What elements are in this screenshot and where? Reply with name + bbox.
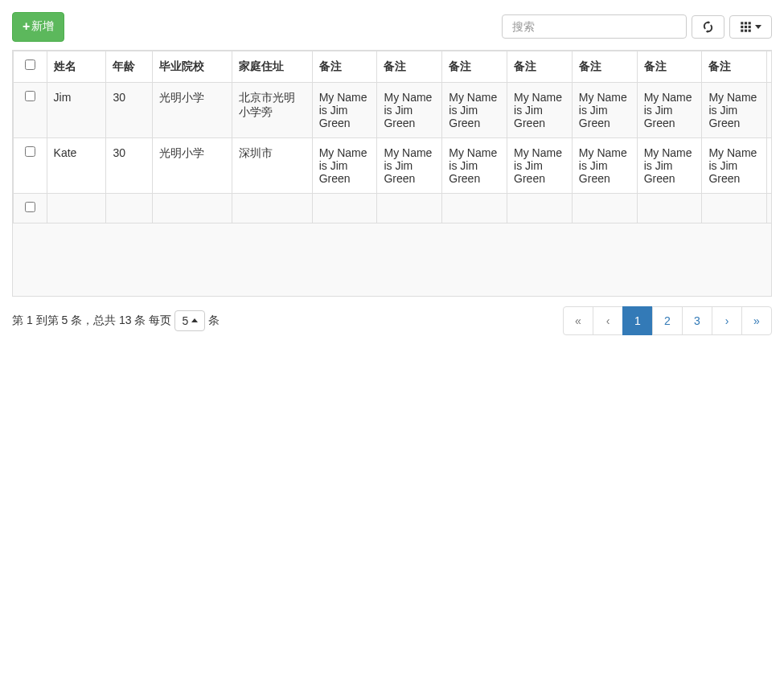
grid-icon	[740, 21, 752, 33]
header-note[interactable]: 备注	[507, 51, 573, 82]
page-1[interactable]: 1	[622, 306, 653, 335]
columns-button[interactable]	[729, 15, 772, 39]
header-note[interactable]: 备注	[637, 51, 702, 82]
cell-note: My Name is Jim Green	[637, 82, 702, 137]
page-prev[interactable]: ‹	[593, 306, 623, 335]
add-button-label: 新增	[31, 18, 54, 35]
svg-rect-4	[745, 26, 747, 28]
svg-rect-7	[745, 30, 747, 32]
table-header-row: 姓名 年龄 毕业院校 家庭住址 备注 备注 备注 备注 备注 备注 备注 备注 …	[14, 51, 772, 82]
cell-note: My Name is Jim Green	[442, 137, 507, 193]
cell-name	[47, 193, 106, 223]
caret-up-icon	[191, 318, 198, 322]
caret-down-icon	[755, 25, 761, 29]
cell-note: My Name is Jim Green	[507, 137, 573, 193]
header-note[interactable]: 备注	[312, 51, 377, 82]
svg-rect-0	[741, 22, 743, 24]
toolbar-right	[502, 14, 772, 39]
cell-school	[153, 193, 232, 223]
pagination: « ‹ 1 2 3 › »	[564, 306, 772, 335]
cell-name: Jim	[47, 82, 106, 137]
select-all-checkbox[interactable]	[25, 59, 35, 70]
data-table: 姓名 年龄 毕业院校 家庭住址 备注 备注 备注 备注 备注 备注 备注 备注 …	[13, 51, 771, 223]
cell-note: My Name is Jim Green	[572, 137, 637, 193]
cell-note	[442, 193, 507, 223]
cell-name: Kate	[47, 137, 106, 193]
table-row[interactable]	[14, 193, 772, 223]
search-input[interactable]	[502, 14, 687, 39]
page-3[interactable]: 3	[682, 306, 712, 335]
row-checkbox[interactable]	[25, 91, 35, 101]
cell-note: My Name is Jim Green	[572, 82, 637, 137]
page-first[interactable]: «	[563, 306, 593, 335]
row-checkbox-cell	[14, 193, 47, 223]
cell-address: 北京市光明小学旁	[232, 82, 312, 137]
plus-icon	[23, 18, 31, 36]
page-size-value: 5	[182, 314, 188, 327]
cell-note: My Name is Jim Green	[507, 82, 573, 137]
row-checkbox-cell	[14, 82, 47, 137]
cell-note: My Name is Jim Green	[312, 82, 377, 137]
page-last[interactable]: »	[741, 306, 772, 335]
svg-rect-3	[741, 26, 743, 28]
header-age[interactable]: 年龄	[106, 51, 153, 82]
header-note[interactable]: 备注	[442, 51, 507, 82]
cell-note	[507, 193, 573, 223]
cell-age: 30	[106, 82, 153, 137]
row-checkbox-cell	[14, 137, 47, 193]
cell-school: 光明小学	[153, 137, 232, 193]
pagination-row: 第 1 到第 5 条，总共 13 条 每页 5 条 « ‹ 1 2 3 › »	[12, 306, 772, 335]
refresh-icon	[702, 21, 714, 33]
toolbar-left: 新增	[12, 12, 64, 42]
cell-note: My Name is Jim Green	[702, 82, 767, 137]
refresh-button[interactable]	[692, 15, 724, 39]
header-note[interactable]: 备注	[377, 51, 442, 82]
table-row[interactable]: Kate30光明小学深圳市My Name is Jim GreenMy Name…	[14, 137, 772, 193]
cell-note: My Name is Jim Green	[312, 137, 377, 193]
page-info: 第 1 到第 5 条，总共 13 条 每页 5 条	[12, 310, 220, 331]
svg-rect-2	[749, 22, 751, 24]
cell-address: 深圳市	[232, 137, 312, 193]
cell-note: My Name is Jim Green	[637, 137, 702, 193]
page-2[interactable]: 2	[652, 306, 683, 335]
cell-note	[637, 193, 702, 223]
cell-note	[572, 193, 637, 223]
header-name[interactable]: 姓名	[47, 51, 106, 82]
cell-address	[232, 193, 312, 223]
svg-rect-8	[749, 30, 751, 32]
header-checkbox	[14, 51, 47, 82]
table-row[interactable]: Jim30光明小学北京市光明小学旁My Name is Jim GreenMy …	[14, 82, 772, 137]
cell-note: My Name is Jim Green	[442, 82, 507, 137]
cell-note	[377, 193, 442, 223]
page-next[interactable]: ›	[712, 306, 742, 335]
header-address[interactable]: 家庭住址	[232, 51, 312, 82]
page-summary-prefix: 第 1 到第 5 条，总共 13 条 每页	[12, 314, 171, 328]
cell-school: 光明小学	[153, 82, 232, 137]
cell-age: 30	[106, 137, 153, 193]
row-checkbox[interactable]	[25, 146, 35, 157]
cell-note: My Name is Jim Green	[377, 137, 442, 193]
svg-rect-6	[741, 30, 743, 32]
cell-note	[702, 193, 767, 223]
cell-note	[312, 193, 377, 223]
header-note[interactable]: 备注	[572, 51, 637, 82]
table-container: 姓名 年龄 毕业院校 家庭住址 备注 备注 备注 备注 备注 备注 备注 备注 …	[12, 50, 772, 297]
toolbar: 新增	[12, 12, 772, 42]
table-scroll[interactable]: 姓名 年龄 毕业院校 家庭住址 备注 备注 备注 备注 备注 备注 备注 备注 …	[13, 51, 771, 296]
cell-age	[106, 193, 153, 223]
cell-note: My Name is Jim Green	[702, 137, 767, 193]
svg-rect-1	[745, 22, 747, 24]
cell-note: My Name is Jim Green	[767, 82, 771, 137]
page-size-select[interactable]: 5	[174, 310, 205, 331]
header-school[interactable]: 毕业院校	[153, 51, 232, 82]
cell-note	[767, 193, 771, 223]
cell-note: My Name is Jim Green	[767, 137, 771, 193]
row-checkbox[interactable]	[25, 202, 35, 212]
header-note[interactable]: 备注	[767, 51, 771, 82]
page-summary-suffix: 条	[208, 314, 220, 328]
add-button[interactable]: 新增	[12, 12, 64, 42]
svg-rect-5	[749, 26, 751, 28]
cell-note: My Name is Jim Green	[377, 82, 442, 137]
header-note[interactable]: 备注	[702, 51, 767, 82]
table-body: Jim30光明小学北京市光明小学旁My Name is Jim GreenMy …	[14, 82, 772, 223]
